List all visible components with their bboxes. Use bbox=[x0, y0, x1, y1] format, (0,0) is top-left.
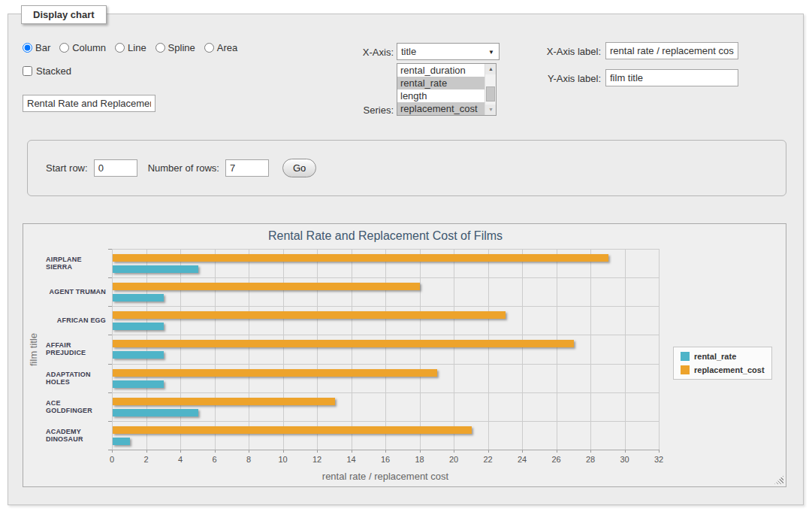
category-label: ACADEMY DINOSAUR bbox=[46, 421, 106, 450]
start-row-input[interactable] bbox=[94, 159, 137, 177]
x-tick-label: 8 bbox=[237, 455, 260, 464]
vertical-gridline bbox=[352, 249, 352, 450]
series-option-rental_duration[interactable]: rental_duration bbox=[397, 64, 484, 77]
radio-label: Bar bbox=[35, 42, 50, 53]
stacked-checkbox[interactable] bbox=[23, 66, 32, 76]
radio-line[interactable]: Line bbox=[115, 42, 146, 53]
x-axis-select[interactable]: title ▼ bbox=[397, 43, 500, 60]
stacked-label: Stacked bbox=[36, 65, 71, 77]
go-button[interactable]: Go bbox=[282, 159, 316, 177]
series-option-replacement_cost[interactable]: replacement_cost bbox=[397, 102, 484, 115]
bar-replacement-cost[interactable] bbox=[113, 369, 437, 377]
legend-swatch-replacement_cost bbox=[681, 365, 690, 374]
radio-input-line[interactable] bbox=[115, 43, 125, 53]
series-multiselect[interactable]: rental_durationrental_ratelengthreplacem… bbox=[397, 63, 497, 116]
x-tick-label: 10 bbox=[272, 455, 294, 464]
radio-label: Line bbox=[128, 42, 146, 53]
vertical-gridline bbox=[317, 249, 318, 450]
x-tick-label: 6 bbox=[204, 455, 226, 464]
select-dropdown-arrow-icon: ▼ bbox=[488, 49, 494, 56]
x-tick-label: 2 bbox=[135, 455, 158, 464]
bar-rental-rate[interactable] bbox=[113, 323, 164, 330]
resize-handle-icon[interactable] bbox=[774, 475, 783, 484]
num-rows-input[interactable] bbox=[225, 159, 269, 177]
x-tick-label: 30 bbox=[614, 455, 636, 464]
vertical-gridline bbox=[522, 249, 523, 450]
y-axis-tick bbox=[108, 249, 112, 250]
bar-replacement-cost[interactable] bbox=[113, 311, 506, 319]
x-axis-label-label: X-Axis label: bbox=[535, 46, 601, 57]
vertical-gridline bbox=[283, 249, 284, 450]
vertical-gridline bbox=[180, 249, 181, 450]
category-label: ADAPTATION HOLES bbox=[46, 364, 106, 392]
horizontal-gridline bbox=[112, 421, 659, 422]
radio-input-column[interactable] bbox=[59, 43, 69, 53]
horizontal-gridline bbox=[112, 335, 659, 335]
radio-label: Column bbox=[72, 42, 106, 53]
vertical-gridline bbox=[625, 249, 626, 450]
x-tick-label: 12 bbox=[306, 455, 328, 464]
y-axis-tick bbox=[108, 277, 112, 278]
x-tick-label: 18 bbox=[409, 455, 431, 464]
x-tick-label: 0 bbox=[101, 455, 123, 464]
scroll-up-icon[interactable]: ▲ bbox=[485, 64, 497, 74]
x-tick-label: 20 bbox=[442, 455, 465, 464]
series-option-rental_rate[interactable]: rental_rate bbox=[397, 77, 484, 89]
radio-input-bar[interactable] bbox=[23, 43, 32, 53]
bar-rental-rate[interactable] bbox=[113, 438, 130, 445]
scroll-down-icon[interactable]: ▼ bbox=[485, 105, 497, 115]
horizontal-gridline bbox=[112, 277, 659, 278]
legend-label: rental_rate bbox=[694, 352, 736, 361]
page: Display chart BarColumnLineSplineArea St… bbox=[0, 0, 812, 512]
x-axis-selected-value: title bbox=[401, 46, 416, 57]
legend-item-rental_rate[interactable]: rental_rate bbox=[681, 352, 765, 361]
radio-bar[interactable]: Bar bbox=[23, 42, 50, 53]
stacked-checkbox-row[interactable]: Stacked bbox=[23, 65, 71, 77]
x-axis-title: rental rate / replacement cost bbox=[112, 471, 659, 482]
radio-area[interactable]: Area bbox=[204, 42, 237, 53]
vertical-gridline bbox=[454, 249, 454, 450]
bar-rental-rate[interactable] bbox=[113, 409, 198, 417]
chart-title-input[interactable] bbox=[23, 95, 155, 112]
radio-input-spline[interactable] bbox=[155, 43, 165, 53]
x-axis-tick bbox=[659, 450, 660, 453]
legend-label: replacement_cost bbox=[694, 365, 765, 374]
scrollbar-thumb[interactable] bbox=[486, 86, 495, 101]
horizontal-gridline bbox=[112, 306, 659, 307]
x-tick-label: 14 bbox=[340, 455, 363, 464]
x-tick-label: 4 bbox=[169, 455, 192, 464]
y-axis-label-input[interactable] bbox=[605, 69, 738, 86]
x-tick-label: 28 bbox=[579, 455, 602, 464]
bar-rental-rate[interactable] bbox=[113, 351, 164, 359]
radio-label: Spline bbox=[168, 42, 195, 53]
radio-spline[interactable]: Spline bbox=[155, 42, 195, 53]
chart-title: Rental Rate and Replacement Cost of Film… bbox=[112, 229, 659, 243]
x-axis-label-input[interactable] bbox=[605, 42, 738, 59]
bar-replacement-cost[interactable] bbox=[113, 340, 574, 347]
vertical-gridline bbox=[659, 249, 660, 450]
y-axis-label-label: Y-Axis label: bbox=[535, 73, 601, 84]
bar-rental-rate[interactable] bbox=[113, 265, 198, 273]
bar-replacement-cost[interactable] bbox=[113, 426, 472, 434]
bar-rental-rate[interactable] bbox=[113, 294, 164, 301]
bar-replacement-cost[interactable] bbox=[113, 283, 420, 290]
category-label: AGENT TRUMAN bbox=[46, 277, 106, 306]
y-axis-tick bbox=[108, 392, 112, 393]
bar-replacement-cost[interactable] bbox=[113, 254, 608, 262]
vertical-gridline bbox=[590, 249, 591, 450]
x-tick-label: 16 bbox=[374, 455, 397, 464]
radio-input-area[interactable] bbox=[204, 43, 214, 53]
chart-type-radio-group: BarColumnLineSplineArea bbox=[23, 42, 246, 53]
category-label: AFFAIR PREJUDICE bbox=[46, 335, 106, 363]
series-scrollbar[interactable]: ▲ ▼ bbox=[484, 64, 496, 115]
chart-container: Rental Rate and Replacement Cost of Film… bbox=[23, 223, 786, 487]
y-axis-title: film title bbox=[28, 249, 39, 450]
bar-rental-rate[interactable] bbox=[113, 380, 164, 388]
y-axis-tick bbox=[108, 364, 112, 365]
chart-legend: rental_ratereplacement_cost bbox=[673, 347, 772, 380]
bar-replacement-cost[interactable] bbox=[113, 398, 335, 405]
legend-item-replacement_cost[interactable]: replacement_cost bbox=[681, 365, 765, 374]
radio-column[interactable]: Column bbox=[59, 42, 106, 53]
series-option-length[interactable]: length bbox=[397, 89, 484, 102]
x-tick-label: 22 bbox=[477, 455, 500, 464]
